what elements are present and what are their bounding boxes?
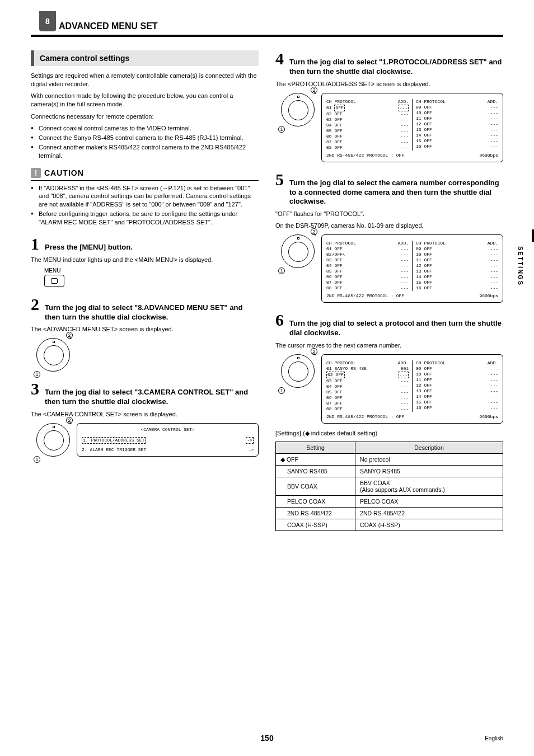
jog-dial-icon: 2 1 ↷ [36, 338, 70, 372]
arrow-icon: -> [248, 447, 254, 453]
menu-item-selected: 1. PROTOCOL/ADDRESS SET [82, 437, 146, 444]
step-number: 4 [275, 50, 284, 67]
step-number: 2 [31, 296, 39, 313]
dial-label-1: 1 [278, 387, 285, 394]
step-4: 4 Turn the jog dial to select "1.PROTOCO… [275, 50, 503, 162]
side-tab [532, 229, 534, 242]
table-row: SANYO RS485SANYO RS485 [276, 466, 503, 477]
description-cell: COAX (H-SSP) [355, 519, 503, 531]
dial-label-1: 1 [278, 267, 285, 274]
settings-table: Setting Description ◆ OFFNo protocolSANY… [275, 442, 503, 531]
description-cell: BBV COAX(Also supports AUX commands.) [355, 477, 503, 496]
arrow-icon: ↷ [67, 420, 72, 426]
protocol-address-screen-4: CH PROTOCOLADD.01 OFF---02 OFF---03 OFF-… [321, 93, 503, 162]
chapter-title: ADVANCED MENU SET [31, 17, 503, 37]
camera-control-set-screen: <CAMERA CONTROL SET> 1. PROTOCOL/ADDRESS… [77, 423, 259, 457]
step-body: The cursor moves to the next camera numb… [275, 341, 503, 350]
menu-button-icon [44, 275, 64, 287]
step-5: 5 Turn the jog dial to select the camera… [275, 171, 503, 303]
setting-cell: ◆ OFF [276, 454, 355, 466]
dial-label-1: 1 [34, 371, 40, 378]
table-row: COAX (H-SSP)COAX (H-SSP) [276, 519, 503, 531]
dial-label-1: 1 [278, 126, 285, 133]
caution-label: CAUTION [44, 168, 84, 177]
setting-cell: COAX (H-SSP) [276, 519, 355, 531]
step-2: 2 Turn the jog dial to select "8.ADVANCE… [31, 296, 259, 372]
jog-dial-icon: 2 1 ↷ [281, 93, 315, 126]
step-title: Press the [MENU] button. [45, 243, 133, 252]
step-number: 5 [275, 171, 284, 188]
description-cell: SANYO RS485 [355, 466, 503, 477]
step-title: Turn the jog dial to select a protocol a… [289, 319, 503, 338]
left-column: Camera control settings Settings are req… [31, 50, 259, 537]
protocol-address-screen-5: CH PROTOCOLADD.01 OFF---02↗OFF↖---03 OFF… [321, 234, 503, 303]
arrow-icon: ↷ [312, 232, 316, 238]
intro-text-1: Settings are required when a remotely co… [31, 72, 259, 88]
jog-dial-icon: 2 1 ↷ [36, 423, 70, 457]
setting-cell: PELCO COAX [276, 496, 355, 508]
jog-dial-icon: 2 1 ↷ [281, 354, 315, 388]
list-item: Connect another maker's RS485/422 contro… [31, 143, 259, 160]
connections-list: Connect coaxial control cameras to the V… [31, 124, 259, 159]
step-number: 1 [31, 236, 39, 252]
step-body: The <PROTOCOL/ADDRESS SET> screen is dis… [275, 80, 503, 88]
table-row: 2ND RS-485/4222ND RS-485/422 [276, 508, 503, 519]
step-title: Turn the jog dial to select the camera n… [289, 179, 503, 207]
intro-text-2: With connection made by following the pr… [31, 92, 259, 109]
menu-item: 2. ALARM REC TRIGGER SET [82, 447, 146, 453]
screen-title: <CAMERA CONTROL SET> [82, 427, 254, 433]
step-3: 3 Turn the jog dial to select "3.CAMERA … [31, 381, 259, 457]
description-cell: No protocol [355, 454, 503, 466]
page-number: 150 [0, 734, 534, 743]
arrow-icon: ↷ [312, 90, 316, 96]
list-item: If "ADDRESS" in the <RS-485 SET> screen … [31, 184, 259, 209]
setting-cell: BBV COAX [276, 477, 355, 496]
jog-dial-icon: 2 1 ↷ [281, 234, 315, 268]
right-column: 4 Turn the jog dial to select "1.PROTOCO… [275, 50, 503, 537]
chapter-number-tab: 8 [39, 11, 56, 31]
description-cell: PELCO COAX [355, 496, 503, 508]
protocol-address-screen-6: CH PROTOCOLADD.01 SANYO RS-48500102 OFF-… [321, 354, 503, 424]
step-body: The <CAMERA CONTROL SET> screen is displ… [31, 410, 259, 419]
connections-title: Connections necessary for remote operati… [31, 112, 259, 121]
table-row: ◆ OFFNo protocol [276, 454, 503, 466]
menu-button-label: MENU [44, 267, 259, 274]
list-item: Connect coaxial control cameras to the V… [31, 124, 259, 133]
step-body: On the DSR-5709P, cameras No. 01-09 are … [275, 222, 503, 230]
step-number: 6 [275, 312, 284, 328]
arrow-icon: -> [246, 437, 254, 444]
table-row: BBV COAXBBV COAX(Also supports AUX comma… [276, 477, 503, 496]
step-title: Turn the jog dial to select "1.PROTOCOL/… [289, 58, 503, 77]
list-item: Before configuring trigger actions, be s… [31, 210, 259, 227]
footer-language: English [485, 735, 503, 741]
table-header-description: Description [355, 442, 503, 454]
step-body: The <ADVANCED MENU SET> screen is displa… [31, 325, 259, 334]
dial-label-1: 1 [34, 456, 40, 463]
section-title: Camera control settings [31, 50, 259, 66]
step-title: Turn the jog dial to select "3.CAMERA CO… [45, 388, 259, 407]
setting-cell: 2ND RS-485/422 [276, 508, 355, 519]
description-cell: 2ND RS-485/422 [355, 508, 503, 519]
arrow-icon: ↷ [312, 351, 316, 358]
step-body: "OFF" flashes for "PROTOCOL". [275, 210, 503, 218]
caution-icon: ! [31, 168, 41, 178]
table-header-setting: Setting [276, 442, 355, 454]
step-1: 1 Press the [MENU] button. The MENU indi… [31, 236, 259, 287]
step-6: 6 Turn the jog dial to select a protocol… [275, 312, 503, 424]
arrow-icon: ↷ [67, 335, 72, 341]
caution-block: ! CAUTION If "ADDRESS" in the <RS-485 SE… [31, 168, 259, 227]
setting-cell: SANYO RS485 [276, 466, 355, 477]
settings-note: [Settings] (◆ indicates default setting) [275, 429, 503, 438]
step-body: The MENU indicator lights up and the <MA… [31, 256, 259, 264]
step-number: 3 [31, 381, 39, 397]
table-row: PELCO COAXPELCO COAX [276, 496, 503, 508]
side-label: SETTINGS [517, 246, 524, 286]
step-title: Turn the jog dial to select "8.ADVANCED … [45, 303, 259, 322]
list-item: Connect the Sanyo RS-485 control camera … [31, 134, 259, 142]
